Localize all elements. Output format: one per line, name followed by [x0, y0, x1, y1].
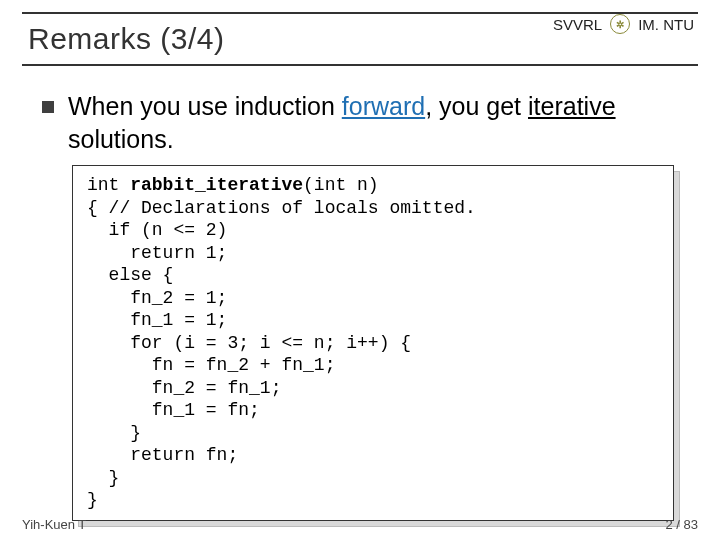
bullet-post: solutions.: [68, 125, 174, 153]
header: Remarks (3/4) SVVRL ✲ IM. NTU: [0, 0, 720, 62]
body: When you use induction forward, you get …: [0, 62, 720, 521]
forward-word: forward: [342, 92, 425, 120]
code-l4: return 1;: [87, 243, 227, 263]
dept-label: IM. NTU: [638, 16, 694, 33]
footer-author: Yih-Kuen T: [22, 517, 86, 532]
lab-label: SVVRL: [553, 16, 602, 33]
bullet-pre: When you use induction: [68, 92, 342, 120]
code-l5: else {: [87, 265, 173, 285]
bullet-item: When you use induction forward, you get …: [42, 90, 678, 155]
footer-page-number: 2 / 83: [665, 517, 698, 532]
code-l1c: (int n): [303, 175, 379, 195]
code-l3: if (n <= 2): [87, 220, 227, 240]
code-l9: fn = fn_2 + fn_1;: [87, 355, 335, 375]
code-l12: }: [87, 423, 141, 443]
code-l1a: int: [87, 175, 130, 195]
code-block: int rabbit_iterative(int n) { // Declara…: [72, 165, 674, 521]
logo-icon: ✲: [610, 14, 630, 34]
iterative-word: iterative: [528, 92, 616, 120]
header-right: SVVRL ✲ IM. NTU: [553, 14, 694, 34]
code-l13: return fn;: [87, 445, 238, 465]
code-l11: fn_1 = fn;: [87, 400, 260, 420]
code-l7: fn_1 = 1;: [87, 310, 227, 330]
bullet-mid: , you get: [425, 92, 528, 120]
code-l6: fn_2 = 1;: [87, 288, 227, 308]
rule-under-title: [22, 64, 698, 66]
code-l15: }: [87, 490, 98, 510]
code-l2: { // Declarations of locals omitted.: [87, 198, 476, 218]
code-fn-name: rabbit_iterative: [130, 175, 303, 195]
code-l10: fn_2 = fn_1;: [87, 378, 281, 398]
code-l8: for (i = 3; i <= n; i++) {: [87, 333, 411, 353]
slide: Remarks (3/4) SVVRL ✲ IM. NTU When you u…: [0, 0, 720, 540]
code-l14: }: [87, 468, 119, 488]
code-block-wrap: int rabbit_iterative(int n) { // Declara…: [72, 165, 674, 521]
bullet-text: When you use induction forward, you get …: [68, 90, 678, 155]
square-bullet-icon: [42, 101, 54, 113]
